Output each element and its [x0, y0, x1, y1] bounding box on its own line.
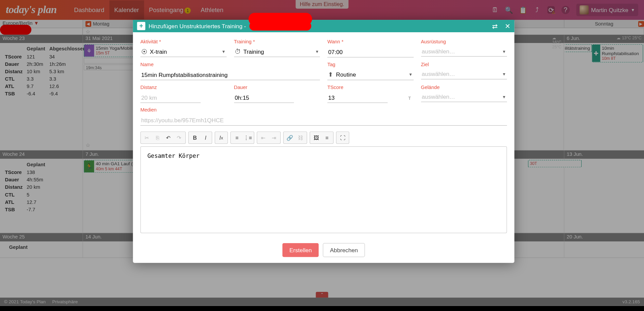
activity-select[interactable]: ⦿X-train▼ [140, 47, 226, 57]
create-button[interactable]: Erstellen [282, 243, 319, 257]
terrain-field[interactable]: Gelände auswählen…▼ [421, 84, 507, 103]
field-label: Ausrüstung [421, 39, 507, 45]
when-field[interactable]: Wann [327, 39, 414, 57]
stopwatch-icon: ⏱ [235, 48, 241, 55]
modal-header: + Hinzufügen Unstrukturiertes Training -… [133, 20, 514, 32]
routine-icon: ⬆ [328, 71, 333, 78]
when-input[interactable] [327, 47, 414, 57]
duration-input[interactable] [234, 93, 294, 103]
field-label: Ziel [421, 61, 507, 67]
training-field[interactable]: Training ⏱Training▼ [234, 39, 320, 57]
unit-label: T [408, 95, 411, 100]
copy-icon[interactable]: ⎘ [152, 133, 163, 143]
tag-field[interactable]: Tag ⬆Routine▼ [327, 61, 414, 80]
field-label: Name [140, 61, 320, 67]
clear-format-icon[interactable]: Ix [216, 133, 227, 143]
goal-select[interactable]: auswählen…▼ [421, 70, 507, 79]
field-label: Wann [327, 39, 414, 45]
chevron-down-icon: ▼ [315, 49, 319, 54]
duration-field[interactable]: Dauer [234, 84, 320, 103]
chevron-down-icon: ▼ [221, 49, 225, 54]
field-label: Medien [140, 107, 507, 113]
fullscreen-icon[interactable]: ⛶ [337, 133, 348, 143]
modal-title: Hinzufügen Unstrukturiertes Training - [149, 23, 246, 30]
italic-icon[interactable]: I [200, 133, 211, 143]
field-label: TScore [327, 84, 414, 90]
undo-icon[interactable]: ↶ [163, 133, 174, 143]
tscore-input[interactable] [327, 93, 388, 103]
field-label: Dauer [234, 84, 320, 90]
close-icon[interactable]: ✕ [505, 22, 510, 30]
media-field[interactable]: Medien [140, 107, 507, 126]
image-icon[interactable]: 🖼 [311, 133, 322, 143]
distance-input[interactable] [140, 93, 201, 103]
tscore-field[interactable]: TScore T [327, 84, 414, 103]
description-editor[interactable] [140, 146, 507, 233]
field-label: Gelände [421, 84, 507, 90]
ul-icon[interactable]: ⋮≡ [242, 133, 253, 143]
field-label: Distanz [140, 84, 226, 90]
chevron-down-icon: ▼ [502, 49, 506, 54]
field-label: Aktivität [140, 39, 226, 45]
equipment-field[interactable]: Ausrüstung auswählen…▼ [421, 39, 507, 57]
field-label: Tag [327, 61, 414, 67]
training-select[interactable]: ⏱Training▼ [234, 47, 320, 57]
tag-select[interactable]: ⬆Routine▼ [327, 70, 414, 80]
link-icon[interactable]: 🔗 [284, 133, 295, 143]
goal-field[interactable]: Ziel auswählen…▼ [421, 61, 507, 80]
media-input[interactable] [140, 115, 507, 126]
chevron-down-icon: ▼ [502, 94, 506, 99]
cancel-button[interactable]: Abbrechen [323, 243, 365, 257]
name-field[interactable]: Name [140, 61, 320, 80]
equipment-select[interactable]: auswählen…▼ [421, 47, 507, 56]
terrain-select[interactable]: auswählen…▼ [421, 93, 507, 102]
indent-icon[interactable]: ⇥ [269, 133, 279, 143]
bold-icon[interactable]: B [190, 133, 200, 143]
field-label: Training [234, 39, 320, 45]
chevron-down-icon: ▼ [409, 72, 413, 77]
ol-icon[interactable]: ≡ [231, 133, 242, 143]
plus-icon: + [137, 22, 146, 30]
distance-field[interactable]: Distanz [140, 84, 226, 103]
outdent-icon[interactable]: ⇤ [258, 133, 269, 143]
chevron-down-icon: ▼ [502, 72, 506, 77]
activity-field[interactable]: Aktivität ⦿X-train▼ [140, 39, 226, 57]
activity-icon: ⦿ [141, 48, 147, 55]
align-icon[interactable]: ≡ [322, 133, 332, 143]
swap-icon[interactable]: ⇄ [492, 22, 497, 30]
cut-icon[interactable]: ✂ [142, 133, 152, 143]
rte-toolbar: ✂ ⎘ ↶ ↷ B I Ix ≡ ⋮≡ ⇤ ⇥ [140, 131, 507, 144]
unlink-icon[interactable]: ⛓ [295, 133, 306, 143]
modal-footer: Erstellen Abbrechen [133, 239, 514, 263]
redo-icon[interactable]: ↷ [174, 133, 184, 143]
name-input[interactable] [140, 70, 320, 80]
add-training-modal: + Hinzufügen Unstrukturiertes Training -… [133, 20, 514, 263]
